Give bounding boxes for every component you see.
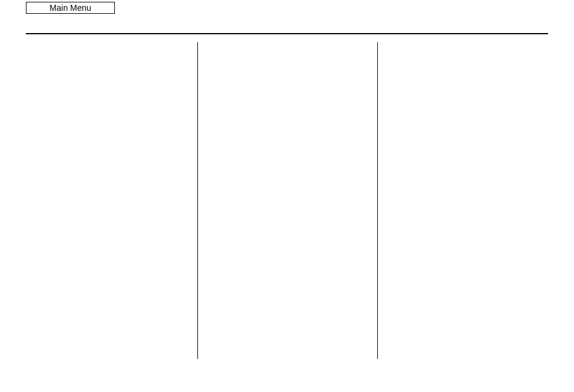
horizontal-divider — [26, 33, 548, 34]
main-menu-button[interactable]: Main Menu — [26, 2, 115, 14]
vertical-divider-right — [377, 42, 378, 359]
vertical-divider-left — [197, 42, 198, 359]
